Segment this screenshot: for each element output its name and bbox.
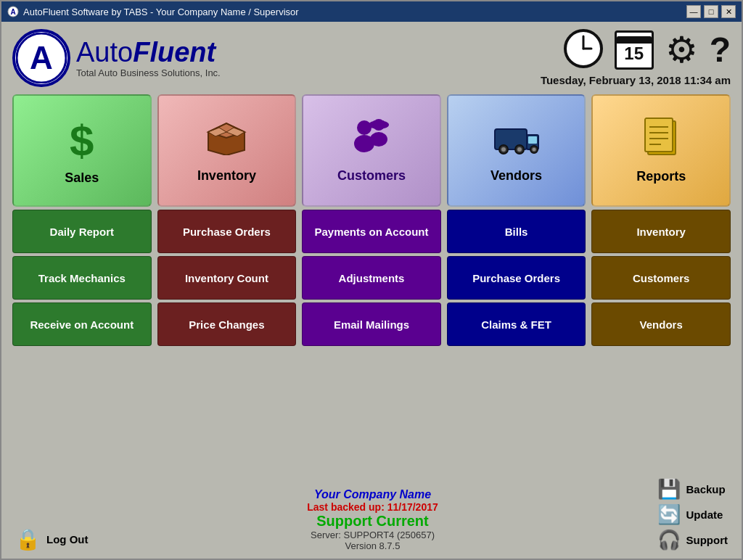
help-icon[interactable]: ? [710, 33, 731, 67]
logo-img: A AutoFluent Total Auto Business Solutio… [12, 29, 221, 87]
support-button[interactable]: 🎧 Support [657, 529, 728, 551]
columns-row: $ Sales Daily Report Track Mechanics Rec… [12, 94, 731, 472]
svg-point-21 [501, 147, 506, 152]
inventory-column: Inventory Purchase Orders Inventory Coun… [157, 94, 297, 472]
purchase-orders-button[interactable]: Purchase Orders [157, 210, 297, 253]
receive-on-account-button[interactable]: Receive on Account [12, 302, 152, 346]
minimize-button[interactable]: — [686, 5, 701, 18]
svg-point-11 [357, 120, 372, 135]
reports-icon [641, 117, 681, 165]
backup-text: Last backed up: 11/17/2017 [307, 501, 438, 513]
reports-label: Reports [636, 169, 686, 184]
main-content: A AutoFluent Total Auto Business Solutio… [1, 22, 742, 559]
support-label: Support [686, 534, 728, 546]
box-svg [205, 118, 248, 155]
logout-label: Log Out [46, 533, 88, 545]
logo-tagline: Total Auto Business Solutions, Inc. [76, 67, 221, 78]
vendors-report-button[interactable]: Vendors [591, 302, 731, 346]
clock-icon[interactable] [564, 29, 603, 71]
svg-point-23 [517, 147, 522, 152]
inventory-icon [205, 118, 248, 164]
backup-icon: 💾 [657, 478, 681, 501]
people-svg [348, 118, 395, 155]
main-window: A AutoFluent Software by TABS - Your Com… [0, 0, 743, 560]
logo-area: A AutoFluent Total Auto Business Solutio… [12, 29, 221, 87]
bottom-center: Your Company Name Last backed up: 11/17/… [307, 488, 438, 551]
vendors-category-tile[interactable]: Vendors [447, 94, 586, 207]
sales-label: Sales [65, 170, 99, 186]
inventory-category-tile[interactable]: Inventory [157, 94, 297, 207]
bottom-right: 💾 Backup 🔄 Update 🎧 Support [657, 478, 728, 551]
svg-rect-16 [373, 120, 385, 126]
brand-fluent: Fluent [133, 37, 215, 67]
titlebar-left: A AutoFluent Software by TABS - Your Com… [7, 6, 299, 17]
gear-icon[interactable]: ⚙ [665, 32, 698, 68]
svg-text:A: A [10, 8, 15, 16]
sales-category-tile[interactable]: $ Sales [12, 94, 152, 207]
app-icon: A [7, 6, 19, 17]
svg-point-14 [370, 132, 387, 147]
server-text: Server: SUPPORT4 (250657) [307, 530, 438, 540]
update-button[interactable]: 🔄 Update [657, 503, 728, 526]
lock-icon: 🔒 [15, 527, 41, 551]
support-icon: 🎧 [657, 529, 681, 551]
payments-on-account-button[interactable]: Payments on Account [302, 210, 441, 253]
inventory-report-button[interactable]: Inventory [591, 210, 731, 253]
vendors-icon [493, 118, 540, 164]
daily-report-button[interactable]: Daily Report [12, 210, 152, 253]
sales-column: $ Sales Daily Report Track Mechanics Rec… [12, 94, 152, 472]
price-changes-button[interactable]: Price Changes [157, 302, 297, 346]
version-text: Version 8.7.5 [307, 540, 438, 551]
bills-button[interactable]: Bills [447, 210, 586, 253]
backup-label: Backup [686, 483, 726, 495]
sales-icon: $ [70, 116, 94, 166]
inventory-label: Inventory [197, 168, 256, 184]
customers-report-button[interactable]: Customers [591, 256, 731, 300]
header-row: A AutoFluent Total Auto Business Solutio… [12, 29, 731, 87]
bottom-left: 🔒 Log Out [15, 527, 88, 551]
customers-icon [348, 118, 395, 164]
reports-svg [641, 117, 681, 156]
datetime-display: Tuesday, February 13, 2018 11:34 am [541, 74, 731, 86]
titlebar-controls: — □ ✕ [686, 5, 736, 18]
bottom-area: 🔒 Log Out Your Company Name Last backed … [12, 478, 731, 551]
calendar-top [617, 36, 652, 44]
vendors-label: Vendors [490, 168, 542, 184]
brand-auto: Auto [76, 37, 133, 67]
header-icons: 15 ⚙ ? [564, 29, 731, 71]
svg-text:A: A [30, 40, 53, 75]
email-mailings-button[interactable]: Email Mailings [302, 302, 441, 346]
adjustments-button[interactable]: Adjustments [302, 256, 441, 300]
logo-svg: A [16, 33, 67, 83]
titlebar-text: AutoFluent Software by TABS - Your Compa… [23, 7, 299, 17]
customers-category-tile[interactable]: Customers [302, 94, 441, 207]
support-status: Support Current [307, 513, 438, 530]
svg-rect-27 [645, 118, 673, 152]
titlebar: A AutoFluent Software by TABS - Your Com… [1, 1, 742, 22]
customers-label: Customers [337, 168, 406, 184]
vendors-column: Vendors Bills Purchase Orders Claims & F… [447, 94, 586, 472]
truck-svg [493, 118, 540, 155]
restore-button[interactable]: □ [704, 5, 718, 18]
logo-wrapper: A [12, 29, 70, 87]
reports-category-tile[interactable]: Reports [591, 94, 731, 207]
clock-svg [564, 29, 603, 68]
company-name: Your Company Name [307, 488, 438, 501]
update-label: Update [686, 508, 723, 521]
svg-rect-19 [528, 136, 537, 144]
claims-fet-button[interactable]: Claims & FET [447, 302, 586, 346]
track-mechanics-button[interactable]: Track Mechanics [12, 256, 152, 300]
inventory-count-button[interactable]: Inventory Count [157, 256, 297, 300]
customers-column: Customers Payments on Account Adjustment… [302, 94, 441, 472]
svg-point-25 [532, 148, 535, 152]
brand-name: AutoFluent [76, 38, 221, 66]
close-button[interactable]: ✕ [721, 5, 736, 18]
update-icon: 🔄 [657, 503, 681, 526]
calendar-icon[interactable]: 15 [615, 30, 654, 70]
backup-button[interactable]: 💾 Backup [657, 478, 728, 501]
logout-button[interactable]: 🔒 Log Out [15, 527, 88, 551]
vendor-purchase-orders-button[interactable]: Purchase Orders [447, 256, 586, 300]
header-right: 15 ⚙ ? Tuesday, February 13, 2018 11:34 … [541, 29, 731, 86]
calendar-day: 15 [624, 44, 644, 64]
logo-text: AutoFluent Total Auto Business Solutions… [76, 38, 221, 78]
